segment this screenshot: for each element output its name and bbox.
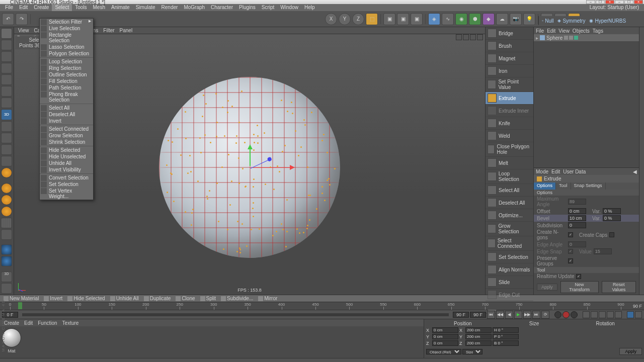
reset-values-button[interactable]: Reset Values [602, 281, 636, 293]
bt-unhide-all[interactable]: Unhide All [109, 296, 140, 301]
bt-new-material[interactable]: New Material [2, 296, 40, 301]
tool-brush[interactable]: Brush [486, 40, 533, 52]
menu-character[interactable]: Character [208, 4, 236, 11]
frame-slider[interactable] [22, 313, 449, 316]
hypernurbs-link[interactable]: ◉ HyperNURBS [589, 18, 626, 24]
vp-menu-filter[interactable]: Filter [103, 28, 114, 33]
matmenu-function[interactable]: Function [38, 320, 57, 326]
redo-icon[interactable]: ↷ [16, 13, 28, 25]
undo-icon[interactable]: ↶ [2, 13, 14, 25]
attr-bevel-input[interactable] [568, 215, 586, 221]
attrmenu-mode[interactable]: Mode [536, 169, 548, 174]
live-select-icon[interactable] [1, 28, 12, 39]
bt-mirror[interactable]: Mirror [257, 296, 279, 301]
menu-item-grow-selection[interactable]: Grow Selection [40, 132, 93, 139]
objmenu-view[interactable]: View [558, 28, 570, 34]
vp-menu-view[interactable]: View [18, 28, 29, 33]
scale-key-icon[interactable] [591, 311, 598, 318]
x-axis-handle[interactable] [253, 167, 293, 168]
rec-key-icon[interactable] [554, 311, 561, 318]
menu-window[interactable]: Window [277, 4, 301, 11]
go-start-icon[interactable]: ⏮ [487, 311, 495, 319]
model-mode-icon[interactable] [1, 74, 12, 85]
light-icon[interactable]: 💡 [523, 13, 535, 25]
vp-toggle-icon[interactable] [477, 34, 483, 40]
bt-invert[interactable]: Invert [42, 296, 64, 301]
close-button[interactable]: × [605, 0, 614, 4]
tool-grow-selection[interactable]: Grow Selection [486, 222, 533, 236]
tool-align-normals[interactable]: Align Normals [486, 263, 533, 276]
render-settings-icon[interactable]: ▣ [411, 13, 423, 25]
tool-select-all[interactable]: Select All [486, 184, 533, 197]
edges-mode-icon[interactable] [1, 133, 12, 143]
objmenu-tags[interactable]: Tags [593, 28, 603, 34]
pos-x-input[interactable] [432, 327, 458, 333]
shaded-icon[interactable] [1, 244, 12, 255]
move-icon[interactable] [1, 40, 12, 50]
tab-snap-settings[interactable]: Snap Settings [571, 183, 606, 190]
rot-y-input[interactable] [493, 334, 519, 339]
cube-primitive-icon[interactable]: ◈ [428, 13, 440, 25]
menu-item-path-selection[interactable]: Path Selection [40, 84, 93, 91]
tool-close-polygon-hole[interactable]: Close Polygon Hole [486, 142, 533, 157]
tool-optimize-[interactable]: Optimize... [486, 209, 533, 222]
attrmenu-user-data[interactable]: User Data [563, 169, 586, 174]
inner-minimize-button[interactable]: – [615, 0, 624, 4]
attr-preserve-groups-check[interactable]: ✓ [568, 258, 573, 263]
tool-extrude-inner[interactable]: Extrude Inner [486, 105, 533, 117]
play-back-icon[interactable]: ◀ [505, 311, 513, 319]
menu-item-hide-selected[interactable]: Hide Selected [40, 147, 93, 153]
menu-item-outline-selection[interactable]: Outline Selection [40, 71, 93, 78]
menu-item-unhide-all[interactable]: Unhide All [40, 160, 93, 166]
pos-z-input[interactable] [432, 340, 458, 346]
3d-icon[interactable]: 3D [1, 109, 12, 120]
attr-subdivision-input[interactable] [568, 222, 586, 228]
menu-item-loop-selection[interactable]: Loop Selection [40, 58, 93, 65]
default-shader-icon[interactable] [1, 183, 12, 194]
misc-key2-icon[interactable] [635, 311, 642, 318]
bt-clone[interactable]: Clone [174, 296, 196, 301]
keyframe-sel-icon[interactable] [571, 311, 578, 318]
menu-simulate[interactable]: Simulate [133, 4, 158, 11]
menu-item-set-vertex-weight-[interactable]: Set Vertex Weight... [40, 188, 93, 200]
3d-label-icon[interactable]: 3D [1, 272, 12, 282]
attr-var--input[interactable] [603, 215, 621, 221]
vis-dot2-icon[interactable] [569, 36, 573, 40]
tool-set-selection[interactable]: Set Selection [486, 251, 533, 263]
tool-bridge[interactable]: Bridge [486, 27, 533, 40]
sphere-object[interactable]: ▸ Sphere [536, 35, 578, 41]
bt-hide-selected[interactable]: Hide Selected [66, 296, 106, 301]
menu-help[interactable]: Help [301, 4, 318, 11]
menu-plugins[interactable]: Plugins [236, 4, 259, 11]
sphere-mesh[interactable] [159, 77, 340, 258]
tool-deselect-all[interactable]: Deselect All [486, 197, 533, 209]
tab-options[interactable]: Options [534, 183, 556, 190]
param-key-icon[interactable] [607, 311, 614, 318]
vp-rotate-icon[interactable] [470, 34, 476, 40]
attr-edge-angle-input[interactable] [568, 241, 586, 247]
new-transform-button[interactable]: New Transform [560, 281, 599, 293]
2d-icon[interactable] [1, 283, 12, 294]
minimize-button[interactable]: – [586, 0, 595, 4]
inner-maximize-button[interactable]: ☐ [624, 0, 633, 4]
menu-item-deselect-all[interactable]: Deselect All [40, 111, 93, 118]
array-icon[interactable]: ⬢ [469, 13, 481, 25]
menu-mograph[interactable]: MoGraph [181, 4, 208, 11]
tool-melt[interactable]: Melt [486, 157, 533, 169]
size-y-input[interactable] [465, 334, 492, 339]
bt-subdivide-[interactable]: Subdivide... [219, 296, 255, 301]
bt-split[interactable]: Split [199, 296, 217, 301]
apply-button[interactable]: Apply [537, 284, 557, 291]
environment-icon[interactable]: ☁ [496, 13, 508, 25]
side-tab[interactable] [639, 27, 644, 295]
menu-item-fill-selection[interactable]: Fill Selection [40, 78, 93, 84]
go-end-icon[interactable]: ⏭ [532, 311, 540, 319]
size-mode-select[interactable]: Size [462, 349, 482, 354]
menu-item-invert-visibility[interactable]: Invert Visibility [40, 166, 93, 173]
pos-key-icon[interactable] [583, 311, 590, 318]
maximize-button[interactable]: ☐ [596, 0, 605, 4]
menu-item-phong-break-selection[interactable]: Phong Break Selection [40, 91, 93, 103]
menu-item-hide-unselected[interactable]: Hide Unselected [40, 153, 93, 160]
attr-maximum-angle-input[interactable] [568, 199, 586, 205]
y-axis-icon[interactable]: Y [339, 13, 351, 25]
